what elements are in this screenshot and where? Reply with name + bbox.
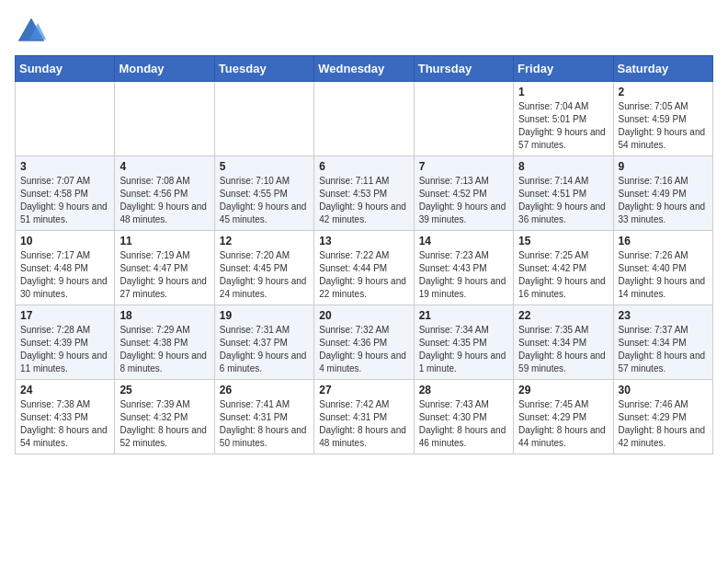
day-cell: 12Sunrise: 7:20 AM Sunset: 4:45 PM Dayli… <box>214 231 313 305</box>
day-number: 29 <box>518 384 608 396</box>
day-number: 16 <box>619 235 708 247</box>
day-info: Sunrise: 7:25 AM Sunset: 4:42 PM Dayligh… <box>518 249 608 301</box>
day-cell: 23Sunrise: 7:37 AM Sunset: 4:34 PM Dayli… <box>613 305 712 380</box>
week-row-3: 10Sunrise: 7:17 AM Sunset: 4:48 PM Dayli… <box>16 231 713 305</box>
day-number: 2 <box>619 86 708 98</box>
day-number: 14 <box>419 235 508 247</box>
col-header-saturday: Saturday <box>613 56 712 82</box>
day-info: Sunrise: 7:43 AM Sunset: 4:30 PM Dayligh… <box>419 398 508 450</box>
day-info: Sunrise: 7:20 AM Sunset: 4:45 PM Dayligh… <box>220 249 309 301</box>
day-info: Sunrise: 7:45 AM Sunset: 4:29 PM Dayligh… <box>518 398 608 450</box>
day-cell: 6Sunrise: 7:11 AM Sunset: 4:53 PM Daylig… <box>314 156 414 231</box>
week-row-5: 24Sunrise: 7:38 AM Sunset: 4:33 PM Dayli… <box>16 380 713 454</box>
day-info: Sunrise: 7:29 AM Sunset: 4:38 PM Dayligh… <box>119 324 209 375</box>
day-cell <box>314 82 414 156</box>
day-cell: 22Sunrise: 7:35 AM Sunset: 4:34 PM Dayli… <box>514 305 613 380</box>
day-number: 28 <box>419 384 508 396</box>
day-info: Sunrise: 7:16 AM Sunset: 4:49 PM Dayligh… <box>619 175 708 226</box>
day-number: 19 <box>220 309 309 322</box>
day-cell: 17Sunrise: 7:28 AM Sunset: 4:39 PM Dayli… <box>16 305 115 380</box>
day-cell <box>16 82 115 156</box>
day-number: 15 <box>518 235 608 247</box>
day-cell: 2Sunrise: 7:05 AM Sunset: 4:59 PM Daylig… <box>613 82 712 156</box>
day-number: 27 <box>319 384 408 396</box>
day-cell <box>214 82 313 156</box>
day-info: Sunrise: 7:08 AM Sunset: 4:56 PM Dayligh… <box>119 175 209 226</box>
day-number: 23 <box>619 309 708 322</box>
day-number: 13 <box>319 235 408 247</box>
header-row: SundayMondayTuesdayWednesdayThursdayFrid… <box>16 56 713 82</box>
day-cell: 27Sunrise: 7:42 AM Sunset: 4:31 PM Dayli… <box>314 380 414 454</box>
day-info: Sunrise: 7:19 AM Sunset: 4:47 PM Dayligh… <box>119 249 209 301</box>
week-row-2: 3Sunrise: 7:07 AM Sunset: 4:58 PM Daylig… <box>16 156 713 231</box>
page-header <box>15 15 713 48</box>
day-number: 10 <box>20 235 109 247</box>
day-cell: 7Sunrise: 7:13 AM Sunset: 4:52 PM Daylig… <box>414 156 513 231</box>
day-cell <box>414 82 513 156</box>
day-number: 7 <box>419 160 508 173</box>
day-cell: 11Sunrise: 7:19 AM Sunset: 4:47 PM Dayli… <box>115 231 214 305</box>
day-number: 12 <box>220 235 309 247</box>
day-number: 11 <box>119 235 209 247</box>
week-row-1: 1Sunrise: 7:04 AM Sunset: 5:01 PM Daylig… <box>16 82 713 156</box>
day-cell: 20Sunrise: 7:32 AM Sunset: 4:36 PM Dayli… <box>314 305 414 380</box>
day-number: 3 <box>20 160 109 173</box>
day-number: 6 <box>319 160 408 173</box>
day-number: 18 <box>119 309 209 322</box>
day-info: Sunrise: 7:17 AM Sunset: 4:48 PM Dayligh… <box>20 249 109 301</box>
col-header-friday: Friday <box>514 56 613 82</box>
day-info: Sunrise: 7:13 AM Sunset: 4:52 PM Dayligh… <box>419 175 508 226</box>
day-number: 1 <box>518 86 608 98</box>
day-info: Sunrise: 7:05 AM Sunset: 4:59 PM Dayligh… <box>619 100 708 152</box>
day-cell: 5Sunrise: 7:10 AM Sunset: 4:55 PM Daylig… <box>214 156 313 231</box>
day-cell: 8Sunrise: 7:14 AM Sunset: 4:51 PM Daylig… <box>514 156 613 231</box>
day-number: 30 <box>619 384 708 396</box>
day-number: 20 <box>319 309 408 322</box>
day-number: 9 <box>619 160 708 173</box>
day-info: Sunrise: 7:04 AM Sunset: 5:01 PM Dayligh… <box>518 100 608 152</box>
day-cell: 29Sunrise: 7:45 AM Sunset: 4:29 PM Dayli… <box>514 380 613 454</box>
day-info: Sunrise: 7:11 AM Sunset: 4:53 PM Dayligh… <box>319 175 408 226</box>
day-cell <box>115 82 214 156</box>
day-cell: 19Sunrise: 7:31 AM Sunset: 4:37 PM Dayli… <box>214 305 313 380</box>
day-cell: 25Sunrise: 7:39 AM Sunset: 4:32 PM Dayli… <box>115 380 214 454</box>
day-info: Sunrise: 7:32 AM Sunset: 4:36 PM Dayligh… <box>319 324 408 375</box>
day-number: 8 <box>518 160 608 173</box>
day-cell: 9Sunrise: 7:16 AM Sunset: 4:49 PM Daylig… <box>613 156 712 231</box>
day-cell: 16Sunrise: 7:26 AM Sunset: 4:40 PM Dayli… <box>613 231 712 305</box>
day-number: 17 <box>20 309 109 322</box>
day-cell: 30Sunrise: 7:46 AM Sunset: 4:29 PM Dayli… <box>613 380 712 454</box>
logo-icon <box>15 15 48 48</box>
day-number: 24 <box>20 384 109 396</box>
day-cell: 18Sunrise: 7:29 AM Sunset: 4:38 PM Dayli… <box>115 305 214 380</box>
day-info: Sunrise: 7:42 AM Sunset: 4:31 PM Dayligh… <box>319 398 408 450</box>
day-cell: 21Sunrise: 7:34 AM Sunset: 4:35 PM Dayli… <box>414 305 513 380</box>
day-info: Sunrise: 7:07 AM Sunset: 4:58 PM Dayligh… <box>20 175 109 226</box>
col-header-thursday: Thursday <box>414 56 513 82</box>
day-number: 26 <box>220 384 309 396</box>
day-info: Sunrise: 7:28 AM Sunset: 4:39 PM Dayligh… <box>20 324 109 375</box>
day-info: Sunrise: 7:14 AM Sunset: 4:51 PM Dayligh… <box>518 175 608 226</box>
day-cell: 1Sunrise: 7:04 AM Sunset: 5:01 PM Daylig… <box>514 82 613 156</box>
day-info: Sunrise: 7:10 AM Sunset: 4:55 PM Dayligh… <box>220 175 309 226</box>
col-header-monday: Monday <box>115 56 214 82</box>
day-cell: 24Sunrise: 7:38 AM Sunset: 4:33 PM Dayli… <box>16 380 115 454</box>
week-row-4: 17Sunrise: 7:28 AM Sunset: 4:39 PM Dayli… <box>16 305 713 380</box>
day-info: Sunrise: 7:38 AM Sunset: 4:33 PM Dayligh… <box>20 398 109 450</box>
day-info: Sunrise: 7:35 AM Sunset: 4:34 PM Dayligh… <box>518 324 608 375</box>
day-number: 22 <box>518 309 608 322</box>
calendar-table: SundayMondayTuesdayWednesdayThursdayFrid… <box>15 55 713 454</box>
day-info: Sunrise: 7:34 AM Sunset: 4:35 PM Dayligh… <box>419 324 508 375</box>
day-info: Sunrise: 7:37 AM Sunset: 4:34 PM Dayligh… <box>619 324 708 375</box>
day-cell: 4Sunrise: 7:08 AM Sunset: 4:56 PM Daylig… <box>115 156 214 231</box>
day-number: 21 <box>419 309 508 322</box>
day-cell: 26Sunrise: 7:41 AM Sunset: 4:31 PM Dayli… <box>214 380 313 454</box>
col-header-tuesday: Tuesday <box>214 56 313 82</box>
day-info: Sunrise: 7:31 AM Sunset: 4:37 PM Dayligh… <box>220 324 309 375</box>
day-info: Sunrise: 7:23 AM Sunset: 4:43 PM Dayligh… <box>419 249 508 301</box>
day-number: 4 <box>119 160 209 173</box>
day-cell: 14Sunrise: 7:23 AM Sunset: 4:43 PM Dayli… <box>414 231 513 305</box>
col-header-sunday: Sunday <box>16 56 115 82</box>
day-info: Sunrise: 7:26 AM Sunset: 4:40 PM Dayligh… <box>619 249 708 301</box>
day-info: Sunrise: 7:46 AM Sunset: 4:29 PM Dayligh… <box>619 398 708 450</box>
